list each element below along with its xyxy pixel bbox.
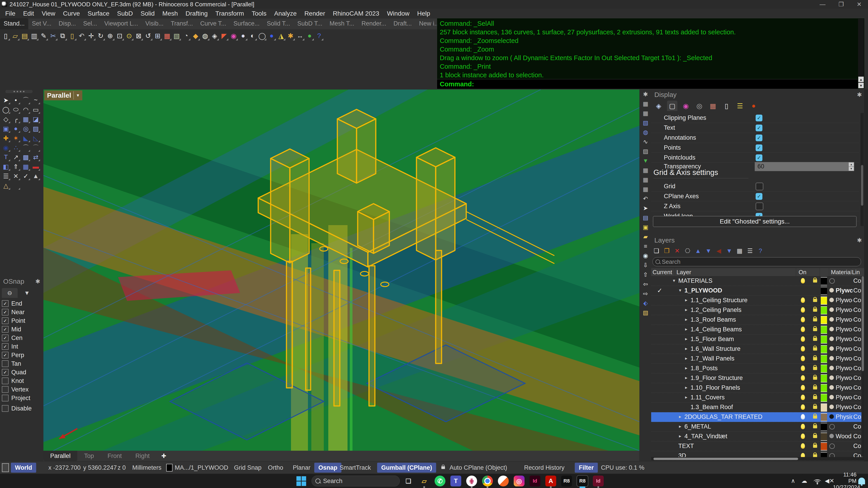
polygon-icon[interactable]: ◇	[1, 115, 11, 124]
layer-visibility-bulb-icon[interactable]	[801, 356, 805, 361]
collapse-arrow-icon[interactable]: ▸	[679, 424, 681, 429]
menu-file[interactable]: File	[1, 10, 19, 17]
object-properties-tab-icon[interactable]: ◈	[653, 101, 664, 111]
layers-column-on[interactable]: On	[799, 269, 806, 276]
layer-material-icon[interactable]	[829, 327, 834, 331]
solid-tools-icon[interactable]: ◧	[1, 162, 11, 171]
layer-row-1-8-posts[interactable]: ▸1.8_PostsPlywooContinuous	[651, 364, 864, 373]
layer-row-1-3-roof-beams[interactable]: ▸1.3_Roof BeamsPlywooContinuous	[651, 315, 864, 325]
array-icon[interactable]: ▩	[21, 152, 31, 162]
layer-row-6-metal[interactable]: ▸6_METALContinuous	[651, 422, 864, 432]
select-icon[interactable]: ➤	[1, 95, 11, 105]
layer-lock-icon[interactable]	[813, 445, 817, 448]
collapse-arrow-icon[interactable]: ▸	[685, 326, 687, 332]
checkbox-points[interactable]: ✓	[756, 144, 763, 151]
file-explorer-icon[interactable]: ▱	[419, 476, 430, 486]
rectangle-icon[interactable]: ▭	[31, 105, 41, 115]
collapse-icon[interactable]: ◀	[715, 247, 722, 255]
color-wheel-icon[interactable]: ◉	[229, 31, 238, 41]
z-coordinate[interactable]: z 0	[118, 461, 126, 474]
layer-lock-icon[interactable]	[813, 406, 817, 409]
layers-hscrollbar[interactable]	[651, 457, 864, 461]
move-layer-down-icon[interactable]: ▼	[705, 248, 712, 255]
blend-icon[interactable]: ⌒	[21, 143, 31, 152]
checkbox-text[interactable]: ✓	[756, 125, 763, 131]
layer-color-swatch[interactable]	[821, 374, 827, 383]
layer-material-icon[interactable]	[829, 385, 834, 390]
checkbox-disable[interactable]	[2, 405, 8, 412]
layer-visibility-bulb-icon[interactable]	[801, 443, 805, 449]
delete-layer-icon[interactable]: ✕	[674, 247, 681, 255]
undo-icon[interactable]: ↶	[77, 31, 86, 41]
menu-surface[interactable]: Surface	[84, 10, 113, 17]
collapse-arrow-icon[interactable]: ▸	[685, 394, 687, 400]
display-tab-icon[interactable]: ▢	[667, 101, 677, 111]
layer-material-icon[interactable]	[829, 404, 834, 409]
blue-cube-icon[interactable]: ⬖	[641, 298, 650, 308]
layer-material-icon[interactable]	[829, 376, 834, 380]
layer-lock-icon[interactable]	[813, 308, 817, 312]
layer-row-2douglas-tar-treated[interactable]: ▸2DOUGLAS_TAR TREATEDPhysicaContinuous	[651, 412, 864, 422]
layer-visibility-bulb-icon[interactable]	[801, 385, 805, 390]
help-layers-icon[interactable]: ?	[757, 248, 764, 255]
menu-analyze[interactable]: Analyze	[271, 10, 301, 17]
arc-icon[interactable]: ◠	[21, 105, 31, 115]
mirror-icon[interactable]: ⇄	[31, 152, 41, 162]
layer-visibility-bulb-icon[interactable]	[801, 346, 805, 352]
layer-color-swatch[interactable]	[821, 394, 827, 402]
layer-lock-icon[interactable]	[813, 416, 817, 419]
layer-material-icon[interactable]	[829, 414, 834, 419]
viewport-title-menu[interactable]: Parallel ▼	[44, 90, 82, 100]
layers-gear-icon[interactable]: ✱	[857, 237, 862, 244]
filter-toggle[interactable]: Filter	[575, 463, 598, 473]
layer-visibility-bulb-icon[interactable]	[801, 424, 805, 429]
layer-material-icon[interactable]	[829, 424, 835, 429]
osnap-gear-icon[interactable]: ✱	[35, 278, 40, 285]
collapse-arrow-icon[interactable]: ▸	[685, 317, 687, 322]
record-history-toggle[interactable]: Record History	[524, 461, 565, 474]
move-layer-up-icon[interactable]: ▲	[694, 248, 701, 255]
surface-grid-icon[interactable]: ▨	[31, 124, 41, 133]
layer-lock-icon[interactable]	[813, 377, 817, 380]
layer-material-icon[interactable]	[829, 444, 835, 449]
toolbar-tab-stand[interactable]: Stand...	[0, 18, 28, 29]
extrude-icon[interactable]: ⇑	[11, 162, 21, 171]
display-scrollbar[interactable]	[861, 113, 864, 226]
viewport-tab-front[interactable]: Front	[101, 451, 129, 461]
spacer-icon[interactable]	[11, 181, 21, 190]
taskbar-search[interactable]: Search	[312, 476, 400, 486]
layer-visibility-bulb-icon[interactable]	[801, 278, 805, 284]
open-file-icon[interactable]: ▱	[10, 31, 20, 41]
ortho-toggle[interactable]: Ortho	[268, 461, 283, 474]
toolbar-tab-surface[interactable]: Surface...	[230, 18, 263, 29]
clash-icon[interactable]: ✕	[11, 171, 21, 181]
layer-lock-icon[interactable]	[813, 328, 817, 331]
checkbox-z-axis[interactable]	[756, 202, 763, 210]
add-viewport-tab[interactable]: ✚	[156, 451, 172, 461]
color-tab-icon[interactable]: ◉	[681, 101, 691, 111]
zoom-extents-icon[interactable]: ⊠	[134, 31, 143, 41]
indesign-2-icon[interactable]: Id	[593, 476, 604, 486]
contour-icon[interactable]: ☰	[1, 171, 11, 181]
toolbar-tab-mesh-t[interactable]: Mesh T...	[326, 18, 358, 29]
checkbox-int[interactable]: ✓	[2, 343, 8, 350]
collapse-arrow-icon[interactable]: ▸	[679, 433, 681, 439]
viewport[interactable]: Parallel ▼	[43, 90, 640, 451]
layer-lock-icon[interactable]	[813, 396, 817, 399]
layer-material-icon[interactable]	[829, 278, 835, 284]
layer-material-icon[interactable]	[829, 307, 834, 312]
layer-row-text[interactable]: TEXTContinuous	[651, 442, 864, 451]
layer-color-swatch[interactable]	[821, 365, 827, 373]
move-right-icon[interactable]: ⇨	[641, 289, 650, 298]
move-up-icon[interactable]: ⇧	[641, 270, 650, 280]
checkbox-tan[interactable]	[2, 360, 8, 367]
layer-visibility-bulb-icon[interactable]	[801, 375, 805, 381]
layer-lock-icon[interactable]	[813, 348, 817, 351]
layer-color-swatch[interactable]	[821, 413, 827, 421]
checkbox-point[interactable]: ✓	[2, 317, 8, 324]
shaded-view-icon[interactable]: ●	[238, 31, 248, 41]
new-layer-icon[interactable]: ❏	[653, 247, 660, 255]
trim-icon[interactable]: ◣	[21, 133, 31, 143]
named-cplane-icon[interactable]: ▤	[641, 213, 650, 222]
instagram-icon[interactable]: ◎	[514, 476, 525, 486]
